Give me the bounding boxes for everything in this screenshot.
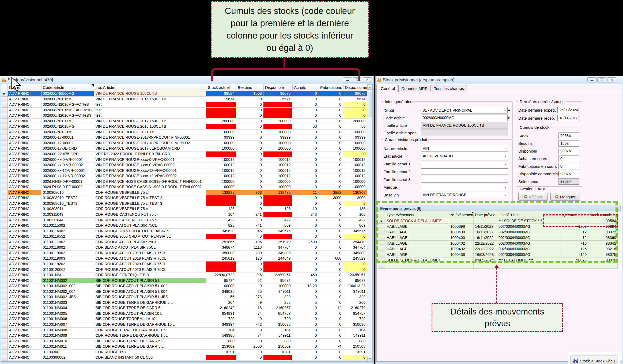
maximize-button[interactable]: ❐ [597, 77, 606, 82]
row-selector[interactable] [1, 333, 8, 339]
table-row[interactable]: ADV PRINCI011001NM002_002BIB CDR ROUGE A… [1, 283, 367, 289]
row-selector[interactable] [378, 263, 385, 269]
row-selector[interactable] [1, 289, 8, 295]
table-row[interactable]: ADV PRINCI011001NM007BIB CDR ROUGE TERRE… [1, 322, 367, 328]
row-selector[interactable] [1, 113, 8, 119]
row-selector[interactable] [1, 251, 8, 256]
chevron-down-icon[interactable]: ⌄ [504, 169, 507, 173]
field-base-vin[interactable]: VIN DE FRANCE ROUGE⌄ [421, 192, 508, 198]
row-selector[interactable] [1, 179, 8, 185]
field-fabrications-en-cours[interactable]: 0 [558, 163, 579, 169]
row-selector[interactable] [1, 146, 8, 151]
chevron-down-icon[interactable]: ⌄ [504, 146, 507, 150]
row-selector[interactable] [1, 130, 8, 135]
field-solde-s-cu-[interactable]: 99584 [558, 178, 579, 185]
table-row[interactable]: ADV PRINCI011001NM003BIB CDR ROUGE TERRE… [1, 300, 367, 306]
row-selector[interactable] [1, 157, 8, 163]
table-row[interactable]: ADV PRINCI002/000-17-00001VIN DE FRANCE … [1, 135, 367, 141]
row-selector[interactable] [1, 272, 8, 278]
table-row[interactable]: ADV PRINCI002/000/N2016MGVIN DE FRANCE R… [1, 97, 367, 102]
table-row[interactable]: ADV PRINCI01100120002CDR ROUGE ATOUT 202… [1, 267, 367, 273]
table-row[interactable]: ADV PRINCI011001NM011BIB CDR ROUGE TERRE… [1, 344, 367, 350]
row-selector[interactable] [1, 102, 8, 108]
row-selector[interactable] [1, 151, 8, 157]
row-selector[interactable] [1, 305, 8, 311]
column-header-fabrications[interactable]: Fabrications [319, 84, 343, 91]
row-selector[interactable] [1, 108, 8, 113]
table-row[interactable]: ADV PRINCI0100308010CDR ROUGE VESPEILLE … [1, 190, 367, 196]
table-row[interactable]: ADV PRINCI011001NM004BIB CDR ROUGE TERRE… [1, 305, 367, 311]
field-besoins[interactable]: 1508 [558, 140, 579, 147]
table-row[interactable]: ADV PRINCI002/000-22-075-CRDVDF RG 2022 … [1, 151, 367, 157]
stock-below-safety-button[interactable]: Stock < Stock Sécu. [571, 355, 618, 364]
table-row[interactable]: ADV PRINCI011001NM002BIB CDR ROUGE ATOUT… [1, 278, 367, 284]
row-selector[interactable] [1, 311, 8, 317]
table-row[interactable]: ADV PRINCI0100308010_TEST3CDR ROUGE VESP… [1, 201, 367, 207]
chevron-down-icon[interactable]: ⌄ [504, 162, 507, 165]
column-header-besoins[interactable]: Besoins [236, 84, 264, 91]
field-disponible-commerciale[interactable]: 98076 [558, 171, 579, 177]
field-code-article[interactable]: 002/000/N0000MG [421, 115, 508, 121]
chevron-down-icon[interactable]: ⌄ [504, 108, 507, 112]
table-row[interactable]: ADV PRINCI011001NM005BIB CDR ROUGE ATOUT… [1, 311, 367, 317]
row-selector[interactable] [1, 294, 8, 300]
row-selector[interactable] [1, 135, 8, 141]
table-row[interactable]: ADV PRINCI01100300002CDR BLANC INSTANT 5… [1, 355, 367, 361]
scrollbar-thumb[interactable] [368, 92, 372, 117]
row-selector[interactable] [1, 339, 8, 344]
row-selector[interactable] [1, 184, 8, 190]
column-header-disponible[interactable]: Disponible [264, 84, 293, 91]
row-selector[interactable] [1, 97, 8, 102]
table-row[interactable]: ADV PRINCI01100116552CDR ROUGE 2055 CRD … [1, 234, 367, 240]
field-famille-achat-3[interactable]: ⌄ [421, 176, 508, 183]
row-selector[interactable] [1, 328, 8, 333]
table-row[interactable]: ADV PRINCI011001NM010BIB CDR ROUGE TERRE… [1, 339, 367, 344]
row-selector[interactable] [1, 229, 8, 234]
row-selector[interactable] [1, 223, 8, 229]
tab-donnees-mrp[interactable]: Données MRP [398, 85, 431, 92]
row-selector[interactable] [1, 322, 8, 328]
row-selector[interactable] [1, 316, 8, 322]
row-selector[interactable] [1, 278, 8, 284]
field-date-derni-re-r-cep-[interactable]: 10/11/2017 [557, 115, 579, 121]
table-row[interactable]: ADV PRINCI002/LRI-98-0-PF-00001VIN DE FR… [1, 179, 367, 185]
tab-tous-les-champs[interactable]: Tous les champs [431, 85, 467, 92]
table-row[interactable]: ADV PRINCI01100117002CDR ROUGE ATOUT PLA… [1, 240, 367, 245]
detail-arrow-icon[interactable]: ▶ [508, 116, 510, 119]
table-row[interactable]: ADV PRINCI002/000-xx-12-VR-00002VIN DE F… [1, 173, 367, 179]
table-row[interactable]: ADV PRINCI01100119202CDR ROUGE ATOUT 202… [1, 261, 367, 267]
row-selector[interactable] [1, 119, 8, 124]
close-button[interactable]: ✕ [607, 77, 616, 82]
row-selector[interactable] [1, 355, 8, 361]
table-row[interactable]: ADV PRINCI002/000/N2017MGVIN DE FRANCE R… [1, 119, 367, 124]
column-header-dispo-comm-[interactable]: Dispo. comm. [343, 84, 368, 91]
row-selector[interactable] [1, 267, 8, 273]
row-selector[interactable] [1, 212, 8, 218]
table-row[interactable]: ADV PRINCI01100300CDR ROUGE 153107,10107… [1, 350, 367, 355]
field-libell-article-spec-[interactable] [421, 130, 508, 136]
table-row[interactable]: ADV PRINCI002/000/N2018MGVIN DE FRANCE R… [1, 124, 367, 130]
row-selector[interactable] [1, 173, 8, 179]
table-row[interactable]: ADV PRINCI002/000-17-JE-CRDVIN DE FRANCE… [1, 146, 367, 151]
table-row[interactable]: ADV PRINCI002/LRI-98-0-PF-00002VIN DE FR… [1, 184, 367, 190]
table-row[interactable]: ADV PRINCI01100116002CDR ROUGE 2016 CRD … [1, 229, 367, 234]
detail-arrow-icon[interactable]: ▶ [508, 109, 510, 112]
table-row[interactable]: ADV PRINCI002/000/N2021MGVIN DE FRANCE R… [1, 130, 367, 135]
masquer-button[interactable]: Masquer [550, 193, 580, 201]
field-achats-en-cours[interactable]: 0 [558, 156, 579, 162]
chevron-down-icon[interactable]: ⌄ [504, 193, 507, 196]
table-row[interactable]: ADV PRINCI011001NM008CDR ROUGE TERRE DE … [1, 328, 367, 333]
chevron-down-icon[interactable]: ⌄ [504, 185, 507, 189]
column-header-stock-actuel[interactable]: Stock actuel [206, 84, 236, 91]
table-row[interactable]: ADV PRINCI011001NM009CDR ROUGE TERRE DE … [1, 333, 367, 339]
table-row[interactable]: ADV PRINCI0100311043CDR ROUGE CASTENOU F… [1, 212, 367, 218]
row-selector[interactable] [1, 206, 8, 212]
row-selector[interactable] [1, 195, 8, 201]
field-disponible[interactable]: 98076 [558, 148, 579, 154]
row-selector[interactable] [1, 300, 8, 306]
column-header-lib-article[interactable]: Lib. Article [94, 84, 206, 91]
right-window-titlebar[interactable]: Stock prévisionnel (arsplan:a:arsplan) ▬… [376, 76, 623, 84]
field-famille-achat-2[interactable]: ⌄ [421, 168, 508, 175]
field-date-derni-re-exp-d-[interactable]: 25/03/2024 [557, 107, 579, 113]
table-row[interactable]: ADV PRINCI011001NM002_004BIB CDR ROUGE A… [1, 289, 367, 295]
